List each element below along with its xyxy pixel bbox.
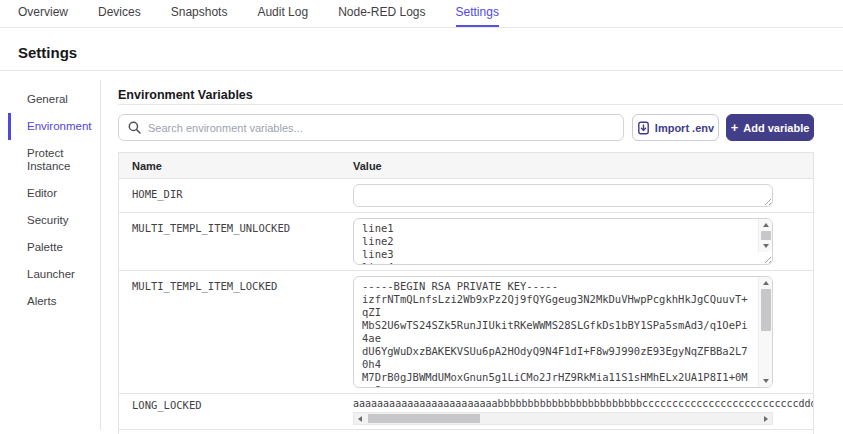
sidebar-item-launcher[interactable]: Launcher — [8, 261, 100, 288]
sidebar-item-editor[interactable]: Editor — [8, 180, 100, 207]
settings-page: Overview Devices Snapshots Audit Log Nod… — [0, 0, 843, 434]
sidebar-item-protect-instance[interactable]: Protect Instance — [8, 140, 100, 180]
sidebar-item-alerts[interactable]: Alerts — [8, 288, 100, 315]
tab-audit-log[interactable]: Audit Log — [257, 5, 308, 27]
tab-node-red-logs[interactable]: Node-RED Logs — [338, 5, 425, 27]
sidebar-item-security[interactable]: Security — [8, 207, 100, 234]
value-textarea-multi-templ-item-locked[interactable]: -----BEGIN RSA PRIVATE KEY----- izfrNTmQ… — [353, 276, 773, 388]
table-row-home-dir: HOME_DIR — [119, 179, 813, 213]
scroll-left-icon[interactable] — [354, 413, 366, 424]
sidebar-divider — [100, 80, 101, 430]
add-variable-label: Add variable — [743, 122, 809, 134]
add-variable-button[interactable]: + Add variable — [726, 114, 814, 141]
settings-sidebar: General Environment Protect Instance Edi… — [8, 86, 100, 315]
scroll-down-icon[interactable] — [759, 375, 773, 387]
page-title: Settings — [18, 44, 77, 61]
variable-name: LONG_LOCKED — [119, 394, 353, 429]
scrollbar-thumb[interactable] — [368, 414, 480, 423]
tab-settings[interactable]: Settings — [456, 5, 499, 27]
scrollbar-track[interactable] — [366, 413, 760, 424]
long-locked-value: aaaaaaaaaaaaaaaaaaaaaaaabbbbbbbbbbbbbbbb… — [353, 394, 813, 409]
value-textarea-home-dir[interactable] — [353, 184, 773, 207]
variable-name: MULTI_TEMPL_ITEM_UNLOCKED — [119, 213, 353, 270]
plus-icon: + — [731, 121, 739, 134]
scroll-up-icon[interactable] — [759, 277, 773, 289]
variable-value-cell: aaaaaaaaaaaaaaaaaaaaaaaabbbbbbbbbbbbbbbb… — [353, 394, 813, 429]
column-header-value: Value — [353, 160, 382, 172]
search-box — [118, 114, 624, 141]
tab-snapshots[interactable]: Snapshots — [171, 5, 228, 27]
table-header-row: Name Value — [119, 153, 813, 179]
table-row-partial — [119, 430, 813, 434]
top-tab-bar: Overview Devices Snapshots Audit Log Nod… — [0, 0, 843, 28]
env-variables-table: Name Value HOME_DIR MULTI_TEMPL_ITEM_UNL… — [118, 152, 814, 434]
variable-value-cell: -----BEGIN RSA PRIVATE KEY----- izfrNTmQ… — [353, 271, 813, 393]
table-row-multi-templ-item-unlocked: MULTI_TEMPL_ITEM_UNLOCKED line1 line2 li… — [119, 213, 813, 271]
scrollbar-thumb[interactable] — [761, 289, 771, 331]
column-header-name: Name — [119, 160, 353, 172]
search-input[interactable] — [148, 122, 623, 134]
sidebar-item-environment[interactable]: Environment — [8, 113, 100, 140]
sidebar-item-general[interactable]: General — [8, 86, 100, 113]
sidebar-item-palette[interactable]: Palette — [8, 234, 100, 261]
variable-value-cell — [353, 179, 813, 212]
import-file-icon — [637, 121, 650, 135]
import-env-label: Import .env — [655, 122, 714, 134]
tab-overview[interactable]: Overview — [18, 5, 68, 27]
vertical-scrollbar[interactable] — [758, 277, 772, 387]
vertical-scrollbar[interactable] — [758, 219, 772, 252]
scroll-down-icon[interactable] — [759, 240, 773, 252]
variable-name: MULTI_TEMPL_ITEM_LOCKED — [119, 271, 353, 393]
table-row-multi-templ-item-locked: MULTI_TEMPL_ITEM_LOCKED -----BEGIN RSA P… — [119, 271, 813, 394]
scrollbar-thumb[interactable] — [761, 231, 771, 241]
tab-devices[interactable]: Devices — [98, 5, 141, 27]
panel-title: Environment Variables — [118, 88, 253, 102]
scroll-right-icon[interactable] — [760, 413, 772, 424]
variable-name: HOME_DIR — [119, 179, 353, 212]
import-env-button[interactable]: Import .env — [632, 114, 719, 141]
variable-value-cell: line1 line2 line3 line4 — [353, 213, 813, 270]
horizontal-scrollbar[interactable] — [353, 412, 773, 425]
value-textarea-multi-templ-item-unlocked[interactable]: line1 line2 line3 line4 — [353, 218, 773, 265]
table-row-long-locked: LONG_LOCKED aaaaaaaaaaaaaaaaaaaaaaaabbbb… — [119, 394, 813, 430]
scroll-up-icon[interactable] — [759, 219, 773, 231]
divider — [0, 70, 843, 71]
search-icon — [128, 121, 141, 134]
divider — [118, 104, 843, 105]
